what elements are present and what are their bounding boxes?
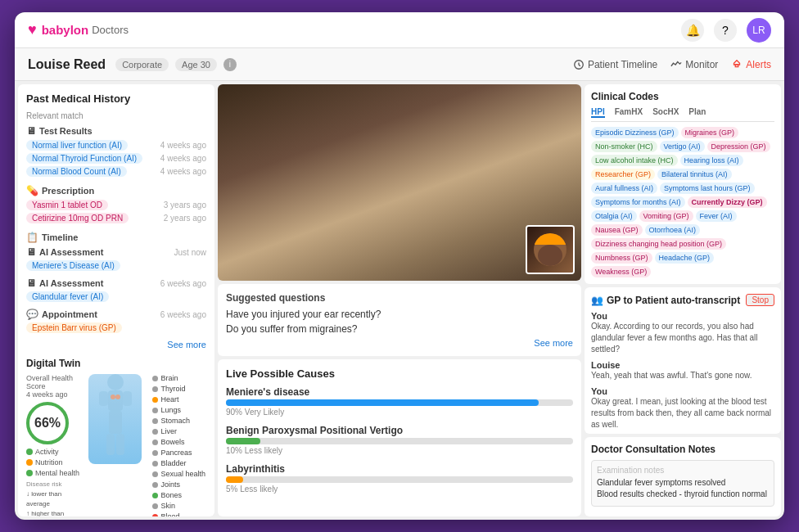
transcript-entry-2: Louise Yeah, yeah that was awful. That's… bbox=[591, 360, 774, 381]
dt-left-section: Overall Health Score 4 weeks ago 66% Act… bbox=[26, 374, 82, 516]
test-result-3-pill[interactable]: Normal Blood Count (AI) bbox=[26, 166, 127, 177]
patient-timeline-action[interactable]: Patient Timeline bbox=[573, 59, 657, 70]
past-medical-history-title: Past Medical History bbox=[26, 92, 206, 105]
cc-pill-3[interactable]: Non-smoker (HC) bbox=[591, 141, 657, 152]
tab-plan[interactable]: Plan bbox=[688, 107, 706, 118]
cause-meniere: Meniere's disease 90% Very Likely bbox=[226, 386, 573, 417]
cause-1-name: Meniere's disease bbox=[226, 386, 573, 398]
cc-pill-17[interactable]: Nausea (GP) bbox=[591, 224, 643, 236]
stop-transcript-button[interactable]: Stop bbox=[746, 294, 774, 306]
heart-item: Heart bbox=[152, 395, 206, 404]
tab-sochx[interactable]: SocHX bbox=[652, 107, 679, 118]
notes-box[interactable]: Examination notes Glandular fever sympto… bbox=[591, 460, 774, 507]
glandular-fever-tag[interactable]: Glandular fever (AI) bbox=[26, 291, 109, 302]
cc-pill-13[interactable]: Currently Dizzy (GP) bbox=[688, 196, 767, 208]
cc-pill-2[interactable]: Migraines (GP) bbox=[681, 127, 739, 138]
cause-2-bar bbox=[226, 438, 260, 444]
cause-2-bar-container bbox=[226, 438, 573, 444]
transcript-persons-icon: 👥 bbox=[591, 295, 603, 306]
cc-pill-10[interactable]: Aural fullness (AI) bbox=[591, 183, 657, 194]
see-more-button[interactable]: See more bbox=[26, 340, 206, 349]
liver-label: Liver bbox=[160, 427, 177, 435]
svg-point-10 bbox=[115, 394, 120, 399]
bell-icon[interactable]: 🔔 bbox=[681, 19, 704, 42]
svg-rect-7 bbox=[106, 434, 115, 455]
body-diagram bbox=[88, 374, 142, 464]
suggestions-see-more[interactable]: See more bbox=[226, 338, 573, 348]
bowels-label: Bowels bbox=[160, 438, 184, 446]
epstein-barr-tag[interactable]: Epstein Barr virus (GP) bbox=[26, 322, 122, 333]
cc-pill-8[interactable]: Researcher (GP) bbox=[591, 169, 655, 180]
test-result-1-pill[interactable]: Normal liver function (AI) bbox=[26, 140, 128, 151]
ai-assessment-label-1: AI Assessment bbox=[39, 247, 103, 257]
cc-pill-20[interactable]: Numbness (GP) bbox=[591, 252, 652, 264]
cc-pill-18[interactable]: Otorrhoea (AI) bbox=[645, 224, 701, 236]
nav-icons: 🔔 ? LR bbox=[681, 18, 771, 43]
bones-item: Bones bbox=[152, 491, 206, 499]
prescription-1-pill[interactable]: Yasmin 1 tablet OD bbox=[26, 200, 108, 210]
timeline-item-3-time: 6 weeks ago bbox=[160, 310, 206, 319]
notes-line-2: Blood results checked - thyroid function… bbox=[597, 489, 769, 498]
cc-pill-19[interactable]: Dizziness changing head position (GP) bbox=[591, 238, 726, 250]
top-nav: ♥ babylon Doctors 🔔 ? LR bbox=[15, 12, 784, 48]
alerts-action[interactable]: Alerts bbox=[731, 59, 771, 70]
cc-pill-4[interactable]: Vertigo (AI) bbox=[660, 141, 705, 152]
cc-pill-12[interactable]: Symptoms for months (AI) bbox=[591, 196, 685, 208]
header-actions: Patient Timeline Monitor Alerts bbox=[573, 59, 771, 70]
transcript-entry-1: You Okay. According to our records, you … bbox=[591, 311, 774, 355]
tab-hpi[interactable]: HPI bbox=[591, 107, 605, 118]
activity-dot bbox=[26, 449, 33, 455]
test-result-2-pill[interactable]: Normal Thyroid Function (AI) bbox=[26, 153, 142, 164]
ai-assessment-label-2: AI Assessment bbox=[39, 278, 103, 288]
cc-pill-9[interactable]: Bilateral tinnitus (AI) bbox=[657, 169, 732, 180]
cause-1-bar-container bbox=[226, 399, 573, 406]
transcript-text-1: Okay. According to our records, you also… bbox=[591, 321, 774, 355]
corporate-tag: Corporate bbox=[115, 58, 169, 71]
cc-pill-5[interactable]: Depression (GP) bbox=[707, 141, 770, 152]
bladder-label: Bladder bbox=[160, 459, 186, 467]
transcript-text-2: Yeah, yeah that was awful. That's gone n… bbox=[591, 370, 774, 381]
stomach-dot bbox=[152, 418, 158, 424]
logo-text: babylon bbox=[42, 23, 89, 37]
clinical-codes-panel: Clinical Codes HPI FamHX SocHX Plan Epis… bbox=[585, 84, 781, 284]
lungs-dot bbox=[152, 408, 158, 413]
activity-label: Activity bbox=[35, 448, 59, 456]
cc-pill-11[interactable]: Symptoms last hours (GP) bbox=[660, 183, 755, 194]
bones-label: Bones bbox=[160, 491, 182, 499]
suggestion-1[interactable]: Have you injured your ear recently? bbox=[226, 309, 573, 320]
cc-pill-16[interactable]: Fever (AI) bbox=[696, 210, 737, 222]
cc-pill-6[interactable]: Low alcohol intake (HC) bbox=[591, 155, 678, 166]
cc-pill-1[interactable]: Episodic Dizziness (GP) bbox=[591, 127, 679, 138]
transcript-panel: 👥 GP to Patient auto-transcript Stop You… bbox=[585, 287, 781, 434]
meniere-tag[interactable]: Meniere's Disease (AI) bbox=[26, 260, 120, 271]
monitor-icon bbox=[670, 59, 682, 70]
age-tag: Age 30 bbox=[175, 58, 217, 71]
info-icon[interactable]: i bbox=[223, 58, 237, 71]
joints-dot bbox=[152, 482, 158, 488]
tab-famhx[interactable]: FamHX bbox=[615, 107, 643, 118]
doctor-face bbox=[534, 233, 567, 266]
cc-pill-7[interactable]: Hearing loss (AI) bbox=[680, 155, 743, 166]
test-result-item-2: Normal Thyroid Function (AI) 4 weeks ago bbox=[26, 153, 206, 164]
prescription-header: 💊 Prescription bbox=[26, 185, 206, 196]
timeline-item-1-time: Just now bbox=[174, 248, 206, 257]
liver-item: Liver bbox=[152, 427, 206, 435]
user-avatar[interactable]: LR bbox=[747, 18, 771, 43]
transcript-header: 👥 GP to Patient auto-transcript Stop bbox=[591, 294, 774, 306]
heart-label: Heart bbox=[160, 395, 178, 404]
dt-body-section bbox=[88, 374, 146, 516]
cc-pill-21[interactable]: Headache (GP) bbox=[655, 252, 715, 264]
test-results-label: Test Results bbox=[39, 126, 93, 136]
digital-twin-content: Overall Health Score 4 weeks ago 66% Act… bbox=[26, 374, 206, 516]
cc-pill-22[interactable]: Weakness (GP) bbox=[591, 266, 651, 277]
speaker-1: You bbox=[591, 311, 774, 321]
cc-pill-14[interactable]: Otalgia (AI) bbox=[591, 210, 637, 222]
monitor-action[interactable]: Monitor bbox=[670, 59, 718, 70]
suggestion-2[interactable]: Do you suffer from migraines? bbox=[226, 323, 573, 335]
dt-metrics: Activity Nutrition Mental health bbox=[26, 448, 82, 477]
brain-item: Brain bbox=[152, 374, 206, 382]
cc-pill-15[interactable]: Vomiting (GP) bbox=[639, 210, 693, 222]
liver-dot bbox=[152, 429, 158, 435]
help-icon[interactable]: ? bbox=[714, 19, 737, 42]
prescription-2-pill[interactable]: Cetirizine 10mg OD PRN bbox=[26, 213, 129, 223]
